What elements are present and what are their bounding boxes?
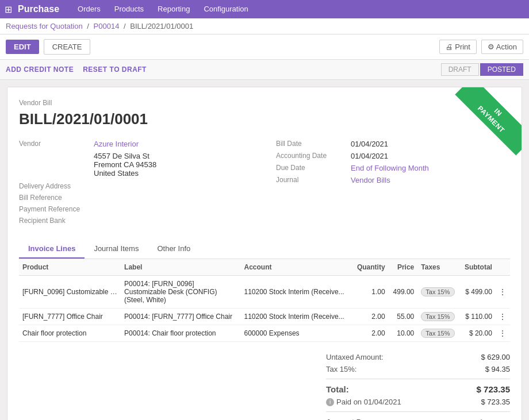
print-button[interactable]: 🖨 Print xyxy=(439,40,477,54)
col-label: Label xyxy=(121,259,240,276)
status-posted-button[interactable]: POSTED xyxy=(480,63,523,76)
payment-reference-row: Payment Reference xyxy=(19,205,253,213)
accounting-date-value: 01/04/2021 xyxy=(351,152,388,160)
info-icon[interactable]: i xyxy=(326,398,334,406)
accounting-date-label: Accounting Date xyxy=(276,152,351,160)
cell-account-0: 110200 Stock Interim (Receive... xyxy=(240,276,352,309)
app-name: Purchase xyxy=(18,4,59,14)
table-row: Chair floor protection P00014: Chair flo… xyxy=(19,325,510,342)
amount-due-row: Amount Due: $ 0.00 xyxy=(326,415,510,420)
invoice-table: Product Label Account Quantity Price Tax… xyxy=(19,259,510,342)
delivery-address-label: Delivery Address xyxy=(19,182,94,190)
col-product: Product xyxy=(19,259,121,276)
breadcrumb-po[interactable]: P00014 xyxy=(94,22,120,30)
cell-tax-1: Tax 15% xyxy=(417,309,459,325)
cell-menu-1: ⋮ xyxy=(496,309,510,325)
cell-product-1: [FURN_7777] Office Chair xyxy=(19,309,121,325)
col-subtotal: Subtotal xyxy=(459,259,496,276)
cell-product-0: [FURN_0096] Customizable Desk (CONFIG)..… xyxy=(19,276,121,309)
cell-price-1: 55.00 xyxy=(389,309,418,325)
invoice-tabs: Invoice Lines Journal Items Other Info xyxy=(19,240,510,259)
amount-due-value: $ 0.00 xyxy=(478,418,510,420)
cell-account-1: 110200 Stock Interim (Receive... xyxy=(240,309,352,325)
cell-tax-0: Tax 15% xyxy=(417,276,459,309)
total-value: $ 723.35 xyxy=(477,384,510,394)
journal-value[interactable]: Vendor Bills xyxy=(351,176,390,184)
payment-reference-label: Payment Reference xyxy=(19,205,94,213)
due-date-row: Due Date End of Following Month xyxy=(276,164,510,172)
table-row: [FURN_0096] Customizable Desk (CONFIG)..… xyxy=(19,276,510,309)
action-button[interactable]: ⚙ Action xyxy=(481,40,523,54)
paid-row: i Paid on 01/04/2021 $ 723.35 xyxy=(326,396,510,408)
action-bar: EDIT CREATE 🖨 Print ⚙ Action xyxy=(0,34,529,60)
bill-reference-label: Bill Reference xyxy=(19,194,94,202)
bill-date-value: 01/04/2021 xyxy=(351,140,388,148)
col-taxes: Taxes xyxy=(417,259,459,276)
tab-journal-items[interactable]: Journal Items xyxy=(85,240,148,259)
cell-subtotal-0: $ 499.00 xyxy=(459,276,496,309)
breadcrumb-root[interactable]: Requests for Quotation xyxy=(6,22,83,30)
reset-to-draft-button[interactable]: RESET TO DRAFT xyxy=(83,65,147,74)
journal-label: Journal xyxy=(276,176,351,184)
cell-subtotal-1: $ 110.00 xyxy=(459,309,496,325)
cell-quantity-2: 2.00 xyxy=(352,325,388,342)
untaxed-label: Untaxed Amount: xyxy=(326,353,384,361)
print-icon: 🖨 xyxy=(446,43,455,51)
address-line1: 4557 De Silva St xyxy=(94,152,150,160)
top-navigation: ⊞ Purchase Orders Products Reporting Con… xyxy=(0,0,529,18)
vendor-label: Vendor xyxy=(19,140,94,148)
cell-subtotal-2: $ 20.00 xyxy=(459,325,496,342)
main-content: INPAYMENT Vendor Bill BILL/2021/01/0001 … xyxy=(0,80,529,420)
nav-orders[interactable]: Orders xyxy=(71,0,108,18)
cell-product-2: Chair floor protection xyxy=(19,325,121,342)
cell-quantity-1: 2.00 xyxy=(352,309,388,325)
bill-details: Vendor Azure Interior 4557 De Silva St F… xyxy=(19,140,510,228)
tab-invoice-lines[interactable]: Invoice Lines xyxy=(19,240,85,259)
col-account: Account xyxy=(240,259,352,276)
status-draft-button[interactable]: DRAFT xyxy=(441,63,479,76)
total-label: Total: xyxy=(326,384,349,394)
status-buttons: DRAFT POSTED xyxy=(441,63,523,76)
create-button[interactable]: CREATE xyxy=(44,39,91,55)
paid-value: $ 723.35 xyxy=(481,398,510,406)
nav-reporting[interactable]: Reporting xyxy=(151,0,197,18)
amount-due-label: Amount Due: xyxy=(326,418,373,420)
address-line2: Fremont CA 94538 xyxy=(94,160,156,169)
left-details: Vendor Azure Interior 4557 De Silva St F… xyxy=(19,140,253,228)
bill-date-label: Bill Date xyxy=(276,140,351,148)
edit-button[interactable]: EDIT xyxy=(6,40,39,54)
amount-due-divider xyxy=(326,411,510,412)
due-date-value[interactable]: End of Following Month xyxy=(351,164,429,172)
tab-other-info[interactable]: Other Info xyxy=(148,240,200,259)
print-label: Print xyxy=(455,43,470,51)
add-credit-note-button[interactable]: ADD CREDIT NOTE xyxy=(6,65,74,74)
vendor-row: Vendor Azure Interior xyxy=(19,140,253,148)
paid-label-text: Paid on 01/04/2021 xyxy=(336,398,401,406)
tax-badge-0: Tax 15% xyxy=(421,287,454,296)
cell-quantity-0: 1.00 xyxy=(352,276,388,309)
bill-number: BILL/2021/01/0001 xyxy=(19,110,510,128)
tax-label: Tax 15%: xyxy=(326,365,356,373)
accounting-date-row: Accounting Date 01/04/2021 xyxy=(276,152,510,160)
col-quantity: Quantity xyxy=(352,259,388,276)
gear-icon: ⚙ xyxy=(488,43,496,51)
recipient-bank-row: Recipient Bank xyxy=(19,217,253,225)
breadcrumb-current: BILL/2021/01/0001 xyxy=(130,22,193,30)
address-line3: United States xyxy=(94,169,139,178)
sub-action-bar: ADD CREDIT NOTE RESET TO DRAFT DRAFT POS… xyxy=(0,60,529,80)
address-row: 4557 De Silva St Fremont CA 94538 United… xyxy=(19,152,253,178)
nav-configuration[interactable]: Configuration xyxy=(197,0,255,18)
totals-section: Untaxed Amount: $ 629.00 Tax 15%: $ 94.3… xyxy=(19,351,510,420)
nav-products[interactable]: Products xyxy=(108,0,151,18)
tax-badge-2: Tax 15% xyxy=(421,329,454,338)
due-date-label: Due Date xyxy=(276,164,351,172)
cell-label-0: P00014: [FURN_0096] Customizable Desk (C… xyxy=(121,276,240,309)
delivery-address-row: Delivery Address xyxy=(19,182,253,190)
vendor-address: 4557 De Silva St Fremont CA 94538 United… xyxy=(94,152,156,178)
cell-label-1: P00014: [FURN_7777] Office Chair xyxy=(121,309,240,325)
vendor-bill-label: Vendor Bill xyxy=(19,99,510,107)
col-price: Price xyxy=(389,259,418,276)
vendor-name[interactable]: Azure Interior xyxy=(94,140,139,148)
cell-tax-2: Tax 15% xyxy=(417,325,459,342)
grid-icon[interactable]: ⊞ xyxy=(5,4,12,15)
